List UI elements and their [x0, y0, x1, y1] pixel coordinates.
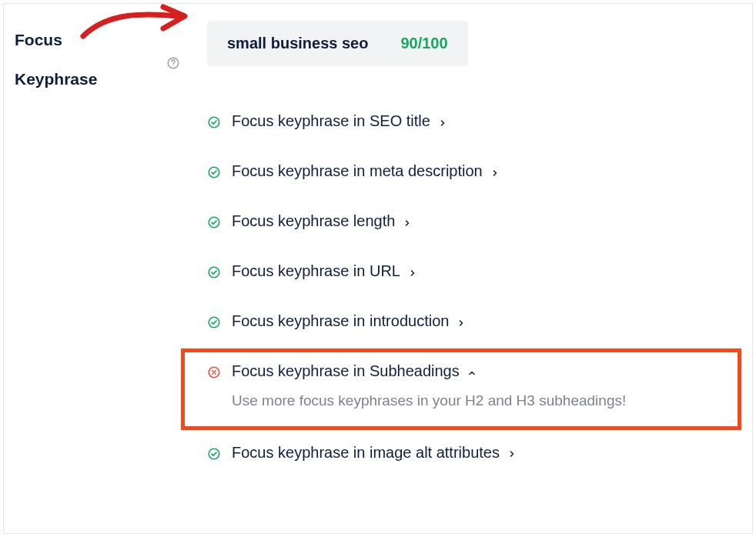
check-item[interactable]: Focus keyphrase in Subheadings Use more …: [207, 347, 737, 429]
checks-list: Focus keyphrase in SEO title Focus keyph…: [207, 97, 737, 479]
section-label-line2: Keyphrase: [15, 68, 181, 90]
check-pass-icon: [207, 265, 221, 279]
check-title: Focus keyphrase in SEO title: [232, 112, 430, 130]
check-pass-icon: [207, 447, 221, 461]
check-item[interactable]: Focus keyphrase in introduction: [207, 297, 737, 347]
help-icon[interactable]: [166, 56, 180, 70]
chevron-right-icon: [408, 267, 417, 276]
check-item[interactable]: Focus keyphrase in URL: [207, 247, 737, 297]
check-pass-icon: [207, 115, 221, 129]
keyphrase-score-pill[interactable]: small business seo 90/100: [207, 21, 468, 66]
check-fail-icon: [207, 365, 221, 379]
check-item[interactable]: Focus keyphrase in meta description: [207, 147, 737, 197]
check-title: Focus keyphrase in introduction: [232, 312, 449, 330]
check-title: Focus keyphrase in Subheadings: [232, 362, 460, 380]
chevron-right-icon: [403, 217, 412, 226]
check-title: Focus keyphrase in URL: [232, 262, 400, 280]
check-title: Focus keyphrase length: [232, 212, 395, 230]
check-pass-icon: [207, 315, 221, 329]
chevron-right-icon: [438, 117, 447, 126]
check-pass-icon: [207, 165, 221, 179]
section-label-line1: Focus: [15, 28, 181, 51]
check-title: Focus keyphrase in image alt attributes: [232, 444, 500, 462]
check-item[interactable]: Focus keyphrase length: [207, 197, 737, 247]
keyphrase-score: 90/100: [400, 35, 447, 52]
section-label-column: Focus Keyphrase: [15, 21, 181, 516]
chevron-right-icon: [457, 317, 466, 326]
chevron-right-icon: [490, 167, 500, 176]
chevron-right-icon: [507, 448, 517, 457]
check-description: Use more focus keyphrases in your H2 and…: [232, 391, 737, 412]
check-item[interactable]: Focus keyphrase in SEO title: [207, 97, 737, 147]
check-item[interactable]: Focus keyphrase in image alt attributes: [207, 429, 737, 479]
check-pass-icon: [207, 215, 221, 229]
chevron-up-icon: [467, 367, 477, 376]
checks-column: small business seo 90/100 Focus keyphras…: [181, 21, 737, 516]
keyphrase-text: small business seo: [227, 35, 368, 52]
check-title: Focus keyphrase in meta description: [232, 162, 483, 180]
focus-keyphrase-panel: Focus Keyphrase small business seo 90/10…: [3, 3, 753, 534]
svg-point-1: [172, 65, 173, 66]
